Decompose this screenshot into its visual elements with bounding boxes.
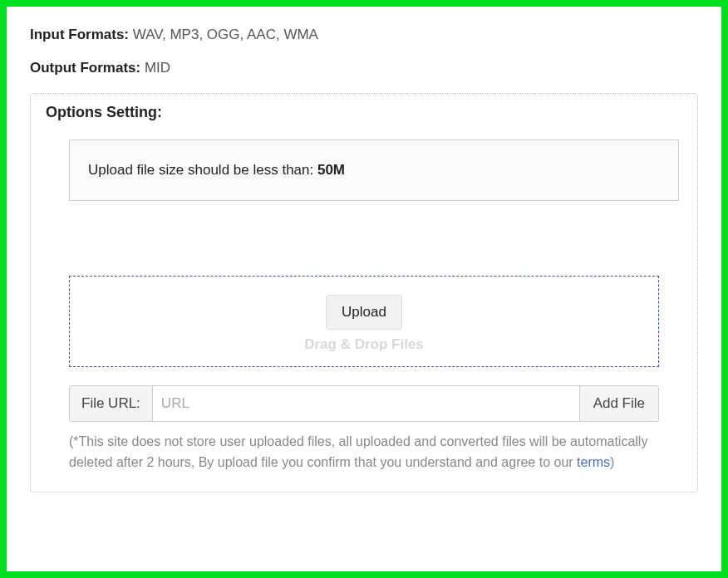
file-url-input[interactable]	[153, 386, 579, 421]
file-dropzone[interactable]: Upload Drag & Drop Files	[69, 276, 659, 367]
terms-link[interactable]: terms	[577, 455, 610, 469]
file-url-label: File URL:	[70, 386, 153, 421]
input-formats-label: Input Formats:	[30, 27, 133, 42]
drag-drop-hint: Drag & Drop Files	[70, 336, 658, 353]
disclaimer-text: (*This site does not store user uploaded…	[69, 432, 659, 473]
disclaimer-suffix: )	[610, 455, 614, 469]
output-formats-line: Output Formats: MID	[30, 60, 698, 76]
file-size-limit: 50M	[317, 162, 345, 178]
upload-button[interactable]: Upload	[326, 295, 402, 330]
options-section: Options Setting: Upload file size should…	[30, 93, 698, 492]
disclaimer-prefix: (*This site does not store user uploaded…	[69, 434, 647, 469]
file-url-row: File URL: Add File	[69, 385, 659, 422]
file-size-info-prefix: Upload file size should be less than:	[88, 162, 317, 178]
add-file-button[interactable]: Add File	[579, 386, 658, 421]
output-formats-label: Output Formats:	[30, 60, 145, 76]
options-title: Options Setting:	[46, 104, 682, 121]
file-size-info: Upload file size should be less than: 50…	[69, 140, 679, 201]
input-formats-values: WAV, MP3, OGG, AAC, WMA	[133, 27, 318, 42]
input-formats-line: Input Formats: WAV, MP3, OGG, AAC, WMA	[30, 27, 698, 43]
output-formats-values: MID	[145, 60, 170, 76]
outer-frame: Input Formats: WAV, MP3, OGG, AAC, WMA O…	[7, 7, 721, 571]
